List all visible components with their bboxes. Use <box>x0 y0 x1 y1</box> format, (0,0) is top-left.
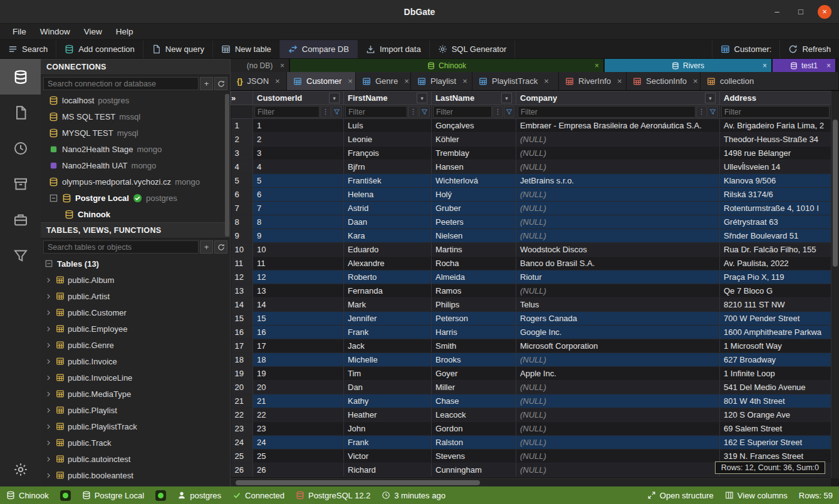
menu-file[interactable]: File <box>6 25 33 38</box>
cell-lastname[interactable]: Wichterlová <box>432 174 516 188</box>
tab-close-icon[interactable]: × <box>617 76 622 86</box>
db-tab-rivers[interactable]: Rivers× <box>605 59 773 72</box>
filter-input-lastname[interactable] <box>433 106 492 118</box>
cell-customerid[interactable]: 10 <box>253 243 344 257</box>
grid-row-5[interactable]: 55FrantišekWichterlováJetBrains s.r.o.Kl… <box>231 174 831 188</box>
cell-customerid[interactable]: 15 <box>253 312 344 326</box>
grid-row-16[interactable]: 1616FrankHarrisGoogle Inc.1600 Amphithea… <box>231 326 831 339</box>
cell-customerid[interactable]: 5 <box>253 174 344 188</box>
connection-nano2health-stage[interactable]: Nano2Health Stagemongo <box>41 141 230 157</box>
cell-address[interactable]: Praça Pio X, 119 <box>720 270 831 284</box>
add-connection-small-button[interactable]: + <box>200 77 213 90</box>
filter-funnel-icon[interactable] <box>504 106 514 118</box>
cell-firstname[interactable]: Kathy <box>344 394 432 408</box>
cell-lastname[interactable]: Tremblay <box>432 147 516 160</box>
grid-row-7[interactable]: 77AstridGruber(NULL)Rotenturmstraße 4, 1… <box>231 202 831 215</box>
cell-address[interactable]: Klanova 9/506 <box>720 174 831 188</box>
cell-firstname[interactable]: Jennifer <box>344 312 432 326</box>
cell-firstname[interactable]: Richard <box>344 463 432 477</box>
cell-address[interactable]: 700 W Pender Street <box>720 312 831 326</box>
filter-menu-button[interactable]: ⋮ <box>696 106 707 118</box>
status-indicator[interactable] <box>60 490 71 501</box>
compare-db-button[interactable]: Compare DB <box>280 40 358 58</box>
cell-lastname[interactable]: Stevens <box>432 450 516 463</box>
cell-firstname[interactable]: Jack <box>344 339 432 353</box>
table-item-public-autoinctest[interactable]: public.autoinctest <box>41 451 230 467</box>
cell-address[interactable]: 69 Salem Street <box>720 422 831 436</box>
tab-close-icon[interactable]: × <box>348 76 353 86</box>
menu-view[interactable]: View <box>78 25 108 38</box>
grid-row-8[interactable]: 88DaanPeeters(NULL)Grétrystraat 63 <box>231 215 831 229</box>
filter-input-customerid[interactable] <box>254 106 320 118</box>
tab-close-icon[interactable]: × <box>404 76 409 86</box>
table-item-public-employee[interactable]: public.Employee <box>41 321 230 337</box>
refresh-button[interactable]: Refresh <box>779 40 839 58</box>
table-item-public-album[interactable]: public.Album <box>41 272 230 288</box>
activitybar-history[interactable] <box>0 130 41 166</box>
filter-funnel-icon[interactable] <box>331 106 342 118</box>
grid-row-15[interactable]: 1515JenniferPetersonRogers Canada700 W P… <box>231 312 831 326</box>
grid-row-21[interactable]: 2121KathyChase(NULL)801 W 4th Street <box>231 394 831 408</box>
status-rows-59[interactable]: Rows: 59 <box>799 491 833 500</box>
cell-company[interactable]: (NULL) <box>516 202 720 215</box>
tab-genre[interactable]: Genre× <box>356 72 411 90</box>
cell-lastname[interactable]: Philips <box>432 298 516 312</box>
cell-lastname[interactable]: Martins <box>432 243 516 257</box>
cell-company[interactable]: (NULL) <box>516 381 720 394</box>
connection-postgre-local[interactable]: Postgre Localpostgres <box>41 190 230 206</box>
cell-lastname[interactable]: Hansen <box>432 160 516 174</box>
filter-input-company[interactable] <box>518 106 696 118</box>
cell-customerid[interactable]: 16 <box>253 326 344 339</box>
grid-row-6[interactable]: 66HelenaHolý(NULL)Rilská 3174/6 <box>231 188 831 202</box>
status-chinook[interactable]: Chinook <box>6 491 49 500</box>
cell-company[interactable]: Banco do Brasil S.A. <box>516 257 720 270</box>
connection-ms-sql-test[interactable]: MS SQL TESTmssql <box>41 108 230 125</box>
cell-company[interactable]: Telus <box>516 298 720 312</box>
table-item-public-playlisttrack[interactable]: public.PlaylistTrack <box>41 418 230 435</box>
cell-customerid[interactable]: 8 <box>253 215 344 229</box>
cell-firstname[interactable]: Victor <box>344 450 432 463</box>
cell-customerid[interactable]: 26 <box>253 463 344 477</box>
cell-address[interactable]: Rotenturmstraße 4, 1010 I <box>720 202 831 215</box>
tab-json[interactable]: {}JSON× <box>231 72 287 90</box>
cell-customerid[interactable]: 23 <box>253 422 344 436</box>
grid-row-14[interactable]: 1414MarkPhilipsTelus8210 111 ST NW <box>231 298 831 312</box>
tab-riverinfo[interactable]: RiverInfo× <box>559 72 627 90</box>
table-item-public-track[interactable]: public.Track <box>41 435 230 451</box>
cell-firstname[interactable]: Mark <box>344 298 432 312</box>
status-postgres[interactable]: postgres <box>177 491 221 500</box>
cell-customerid[interactable]: 6 <box>253 188 344 202</box>
close-button[interactable]: × <box>818 5 831 19</box>
new-query-button[interactable]: New query <box>143 40 213 58</box>
cell-lastname[interactable]: Gordon <box>432 422 516 436</box>
cell-address[interactable]: Av. Paulista, 2022 <box>720 257 831 270</box>
cell-address[interactable]: Theodor-Heuss-Straße 34 <box>720 133 831 147</box>
grid-row-13[interactable]: 1313FernandaRamos(NULL)Qe 7 Bloco G <box>231 284 831 298</box>
cell-address[interactable]: 1600 Amphitheatre Parkwa <box>720 326 831 339</box>
connection-olympus-medportal-vychozi-cz[interactable]: olympus-medportal.vychozi.czmongo <box>41 173 230 190</box>
tab-playlist[interactable]: Playlist× <box>411 72 472 90</box>
cell-company[interactable]: (NULL) <box>516 394 720 408</box>
cell-customerid[interactable]: 17 <box>253 339 344 353</box>
table-item-public-playlist[interactable]: public.Playlist <box>41 402 230 418</box>
cell-customerid[interactable]: 21 <box>253 394 344 408</box>
cell-lastname[interactable]: Cunningham <box>432 463 516 477</box>
cell-company[interactable]: (NULL) <box>516 408 720 422</box>
cell-company[interactable]: (NULL) <box>516 133 720 147</box>
status-3-minutes-ago[interactable]: 3 minutes ago <box>382 491 446 500</box>
column-menu-button[interactable]: ▾ <box>329 93 340 103</box>
tab-customer[interactable]: Customer× <box>287 72 356 90</box>
cell-customerid[interactable]: 12 <box>253 270 344 284</box>
tab-close-icon[interactable]: × <box>462 76 467 86</box>
new-table-button[interactable]: New table <box>213 40 280 58</box>
grid-row-9[interactable]: 99KaraNielsen(NULL)Sřnder Boulevard 51 <box>231 229 831 243</box>
tab-sectioninfo[interactable]: SectionInfo× <box>627 72 701 90</box>
cell-lastname[interactable]: Goyer <box>432 367 516 381</box>
cell-company[interactable]: Embraer - Empresa Brasileira de Aeronáut… <box>516 119 720 133</box>
menu-window[interactable]: Window <box>34 25 76 38</box>
cell-company[interactable]: (NULL) <box>516 284 720 298</box>
tab-playlisttrack[interactable]: PlaylistTrack× <box>472 72 559 90</box>
activitybar-archive[interactable] <box>0 166 41 202</box>
cell-firstname[interactable]: François <box>344 147 432 160</box>
cell-customerid[interactable]: 25 <box>253 450 344 463</box>
